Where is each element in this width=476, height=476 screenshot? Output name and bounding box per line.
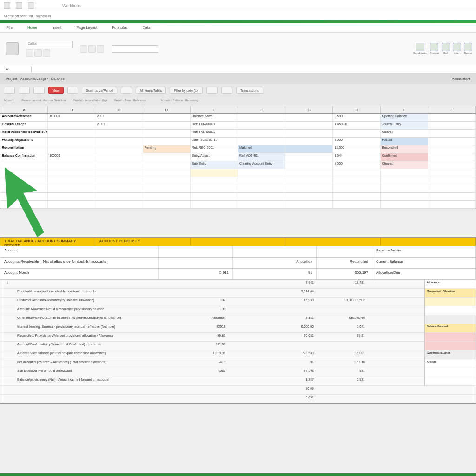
toolbar-button-7[interactable]: All Years/Totals <box>136 87 166 94</box>
cell[interactable] <box>48 193 95 200</box>
cell[interactable] <box>191 193 238 200</box>
detail-cell[interactable] <box>177 395 228 403</box>
cell[interactable]: Ref: ADJ-401 <box>238 153 285 161</box>
summary-cell[interactable]: Current Balance <box>372 258 476 268</box>
tab-data[interactable]: Data <box>140 25 153 31</box>
side-panel-cell[interactable]: Amount <box>425 359 476 368</box>
cell[interactable] <box>381 169 428 177</box>
cell[interactable] <box>95 153 143 161</box>
detail-cell[interactable] <box>0 359 14 368</box>
detail-cell[interactable]: Interest bearing: Balance · provisionary… <box>14 324 177 332</box>
detail-cell[interactable] <box>368 368 414 377</box>
cell[interactable]: General Ledger <box>0 122 48 129</box>
cell[interactable] <box>333 193 380 200</box>
conditional-format-button[interactable]: Conditional <box>413 43 427 54</box>
detail-cell[interactable]: 32018 <box>177 324 228 332</box>
toolbar-button-9[interactable] <box>206 87 218 94</box>
cell[interactable]: Sub-Entry <box>191 161 238 169</box>
side-panel-cell[interactable] <box>425 333 476 342</box>
cell[interactable] <box>143 138 191 145</box>
cell[interactable] <box>48 185 95 192</box>
cell[interactable] <box>238 130 285 137</box>
detail-cell[interactable]: 39.81 <box>317 333 368 341</box>
cell[interactable] <box>48 169 95 177</box>
cell[interactable] <box>143 114 191 121</box>
side-panel-cell[interactable]: Reconciled · Allocation <box>425 289 476 298</box>
cell[interactable] <box>95 193 143 200</box>
detail-cell[interactable] <box>177 289 228 297</box>
tab-formulas[interactable]: Formulas <box>109 25 130 31</box>
detail-cell[interactable]: Sub total/over Net amount on account <box>14 368 177 377</box>
detail-cell[interactable] <box>368 342 414 350</box>
detail-cell[interactable]: 197 <box>177 298 228 306</box>
cell[interactable] <box>238 138 285 145</box>
toolbar-button-5[interactable]: Summarize/Period <box>82 87 117 94</box>
cell[interactable]: Reconciliation <box>0 145 48 153</box>
cell[interactable] <box>0 201 48 208</box>
toolbar-button-10[interactable] <box>221 87 232 94</box>
cell[interactable]: Date: 2023-01-15 <box>191 138 238 145</box>
toolbar-button-4[interactable] <box>67 87 79 94</box>
detail-cell[interactable]: 0,000.00 <box>228 324 317 332</box>
detail-cell[interactable] <box>14 386 177 394</box>
cell[interactable]: 1,450.00 <box>333 122 380 129</box>
cell[interactable]: Ref: TXN-00002 <box>191 130 238 137</box>
detail-cell[interactable] <box>0 315 14 324</box>
detail-cell[interactable]: Reconciled: Provisionary/Merged provisio… <box>14 333 177 341</box>
detail-cell[interactable] <box>14 280 177 288</box>
cell[interactable] <box>0 177 48 185</box>
summary-cell[interactable]: Allocation/Due <box>372 269 476 279</box>
cell[interactable] <box>285 153 333 161</box>
cell[interactable]: 3,500 <box>333 114 380 121</box>
detail-cell[interactable]: 7,941 <box>228 280 317 288</box>
detail-cell[interactable]: 77,598 <box>228 368 317 377</box>
underline-button[interactable] <box>43 49 50 57</box>
detail-cell[interactable]: 39 <box>177 306 228 315</box>
cell[interactable] <box>428 122 476 129</box>
cell[interactable] <box>285 145 333 153</box>
detail-cell[interactable]: 80.09 <box>228 386 317 394</box>
summary-cell[interactable]: 91 <box>233 269 317 279</box>
cell[interactable] <box>95 185 143 192</box>
detail-cell[interactable]: Account/Confirmation (Cleared and Confir… <box>14 342 177 350</box>
cell[interactable] <box>191 201 238 208</box>
detail-cell[interactable]: Balance/provisionary (Net) · Amount carr… <box>14 377 177 385</box>
detail-cell[interactable] <box>368 280 414 288</box>
detail-cell[interactable] <box>368 298 414 306</box>
summary-cell[interactable] <box>159 258 233 268</box>
side-panel-cell[interactable]: Balance Forward <box>425 324 476 333</box>
cell[interactable] <box>333 177 380 185</box>
detail-cell[interactable] <box>368 350 414 359</box>
italic-button[interactable] <box>34 49 42 57</box>
cell[interactable] <box>238 169 285 177</box>
cell[interactable] <box>95 161 143 169</box>
cell[interactable]: Cleared <box>381 161 428 169</box>
detail-cell[interactable]: 5,041 <box>317 324 368 332</box>
cell[interactable] <box>381 193 428 200</box>
detail-cell[interactable] <box>317 342 368 350</box>
summary-cell[interactable] <box>233 246 317 257</box>
summary-cell[interactable]: Account <box>0 246 159 257</box>
detail-cell[interactable] <box>177 377 228 385</box>
cell[interactable] <box>143 169 191 177</box>
cell[interactable]: Entry/Adjust <box>191 153 238 161</box>
detail-cell[interactable]: 201.08 <box>177 342 228 350</box>
paste-button[interactable] <box>6 42 19 55</box>
cell[interactable] <box>143 153 191 161</box>
cell[interactable] <box>143 177 191 185</box>
detail-cell[interactable] <box>317 386 368 394</box>
side-panel-cell[interactable] <box>425 377 476 386</box>
cell[interactable]: 100001 <box>48 114 95 121</box>
column-header[interactable]: I <box>381 106 428 113</box>
detail-cell[interactable] <box>0 368 14 377</box>
detail-cell[interactable]: 16,081 <box>317 350 368 359</box>
cell[interactable] <box>143 201 191 208</box>
cell[interactable] <box>285 185 333 192</box>
cell[interactable] <box>0 185 48 192</box>
cell[interactable]: 8,550 <box>333 161 380 169</box>
column-header[interactable]: E <box>191 106 238 113</box>
cell[interactable] <box>333 185 380 192</box>
detail-cell[interactable]: 1 <box>0 280 14 288</box>
cell[interactable] <box>428 145 476 153</box>
cell[interactable] <box>95 138 143 145</box>
